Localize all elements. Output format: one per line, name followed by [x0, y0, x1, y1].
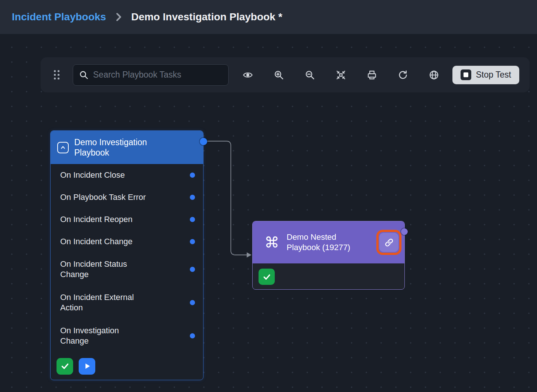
link-icon — [384, 238, 394, 248]
nested-playbook-node-header[interactable]: ⌘ Demo Nested Playbook (19277) — [253, 221, 404, 263]
play-icon — [83, 362, 91, 370]
main-node-footer — [51, 352, 203, 380]
task-row-label: On Incident Status Change — [60, 259, 127, 280]
breadcrumb-parent-link[interactable]: Incident Playbooks — [12, 11, 106, 23]
task-row-label: On Incident Change — [60, 236, 133, 247]
task-row-on-incident-external-action[interactable]: On Incident External Action — [51, 286, 203, 319]
task-output-port[interactable] — [190, 195, 195, 200]
drag-handle-icon[interactable] — [54, 70, 59, 79]
task-row-on-incident-reopen[interactable]: On Incident Reopen — [51, 208, 203, 231]
task-row-label: On Incident External Action — [60, 292, 134, 313]
refresh-button[interactable] — [387, 64, 418, 86]
success-check-button[interactable] — [57, 358, 73, 375]
search-box — [73, 64, 229, 86]
check-icon — [262, 272, 271, 282]
stop-test-button[interactable]: Stop Test — [452, 66, 519, 84]
task-row-label: On Playbook Task Error — [60, 192, 146, 202]
command-icon: ⌘ — [264, 235, 279, 250]
main-playbook-node-title: Demo Investigation Playbook — [74, 137, 147, 158]
task-output-port[interactable] — [190, 239, 195, 244]
chevron-up-icon — [60, 144, 66, 151]
top-bar: Incident Playbooks Demo Investigation Pl… — [0, 0, 537, 34]
task-output-port[interactable] — [190, 333, 195, 338]
task-output-port[interactable] — [190, 267, 195, 272]
task-output-port[interactable] — [190, 173, 195, 178]
task-row-on-incident-close[interactable]: On Incident Close — [51, 164, 203, 186]
task-row-on-incident-change[interactable]: On Incident Change — [51, 231, 203, 253]
fit-view-button[interactable] — [325, 64, 356, 86]
nested-node-footer — [253, 263, 404, 290]
task-row-on-investigation-change[interactable]: On Investigation Change — [51, 319, 203, 352]
globe-button[interactable] — [418, 64, 449, 86]
check-icon — [60, 361, 70, 371]
success-check-button[interactable] — [259, 269, 275, 285]
search-input[interactable] — [93, 70, 222, 80]
highlight-ring — [376, 230, 401, 255]
chevron-right-icon — [115, 12, 122, 22]
task-row-label: On Incident Close — [60, 170, 125, 180]
page-title: Demo Investigation Playbook * — [131, 11, 282, 23]
zoom-out-button[interactable] — [294, 64, 325, 86]
search-icon — [79, 70, 89, 80]
main-playbook-node[interactable]: Demo Investigation Playbook On Incident … — [50, 130, 203, 380]
stop-square-icon — [461, 69, 471, 80]
run-play-button[interactable] — [79, 358, 95, 375]
main-playbook-node-header[interactable]: Demo Investigation Playbook — [51, 131, 203, 164]
print-button[interactable] — [356, 64, 387, 86]
zoom-in-button[interactable] — [263, 64, 294, 86]
task-output-port[interactable] — [190, 300, 195, 305]
stop-test-label: Stop Test — [476, 70, 511, 80]
visibility-eye-button[interactable] — [232, 64, 263, 86]
task-row-label: On Investigation Change — [60, 325, 119, 346]
task-row-label: On Incident Reopen — [60, 214, 133, 225]
task-output-port[interactable] — [190, 217, 195, 222]
toolbar-icon-group — [232, 64, 449, 86]
task-row-on-incident-status-change[interactable]: On Incident Status Change — [51, 253, 203, 286]
playbook-canvas[interactable]: Stop Test Demo Investigation Playbook On… — [0, 34, 537, 392]
playbook-output-port[interactable] — [200, 138, 207, 145]
collapse-button[interactable] — [57, 142, 69, 153]
task-row-on-playbook-task-error[interactable]: On Playbook Task Error — [51, 186, 203, 208]
open-nested-playbook-link-button[interactable] — [379, 233, 399, 252]
canvas-toolbar: Stop Test — [41, 57, 530, 92]
nested-playbook-node[interactable]: ⌘ Demo Nested Playbook (19277) — [252, 221, 405, 290]
nested-playbook-output-port[interactable] — [401, 228, 408, 235]
